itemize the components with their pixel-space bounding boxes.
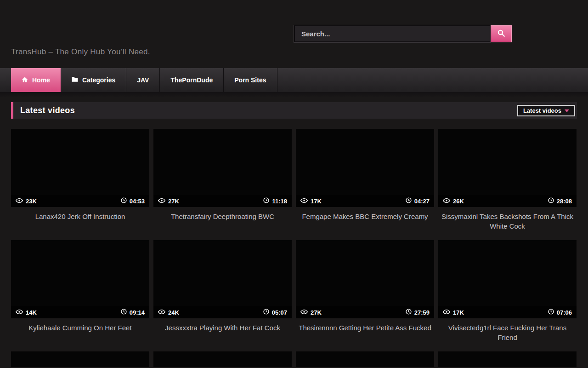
video-title[interactable]: Thetransfairy Deepthroating BWC [156,212,289,231]
duration-stat: 11:18 [263,197,287,205]
search-icon [497,29,505,39]
video-thumbnail[interactable] [438,351,577,367]
eye-icon [158,198,165,205]
section-title: Latest videos [20,106,75,115]
video-card[interactable]: 14K 09:14 Kyliehaale Cumming On Her Feet [11,240,149,351]
eye-icon [16,309,23,316]
views-count: 26K [453,198,464,205]
home-icon [22,76,28,84]
video-stats: 27K 11:18 [153,195,292,207]
video-thumbnail[interactable]: 17K 07:06 [438,240,577,318]
views-count: 17K [453,309,464,316]
nav-item-home[interactable]: Home [11,68,61,92]
video-card[interactable]: 24K 05:07 Jessxxxtra Playing With Her Fa… [153,240,292,351]
video-title[interactable]: Sissymaxinl Takes Backshots From A Thick… [441,212,574,231]
video-title[interactable]: Vivisectedg1rl Face Fucking Her Trans Fr… [441,323,574,342]
clock-icon [263,197,269,205]
video-thumbnail[interactable]: 27K 27:59 [296,240,434,318]
video-thumbnail[interactable]: 26K 28:08 [438,129,577,207]
video-thumbnail[interactable] [296,351,434,367]
eye-icon [443,198,450,205]
video-title[interactable]: Thesirennnn Getting Her Petite Ass Fucke… [299,323,431,342]
duration-value: 09:14 [130,309,145,316]
views-stat: 14K [16,309,37,316]
video-thumbnail[interactable]: 23K 04:53 [11,129,149,207]
clock-icon [548,309,554,316]
views-count: 17K [311,198,322,205]
clock-icon [406,197,412,205]
video-card[interactable]: 27K 27:59 Thesirennnn Getting Her Petite… [296,240,434,351]
duration-stat: 05:07 [263,309,287,316]
nav-item-porn-sites[interactable]: Porn Sites [224,68,277,92]
video-title[interactable]: Lanax420 Jerk Off Instruction [14,212,147,231]
main-content: Latest videos Latest videos 23K 04:53 [11,102,577,367]
clock-icon [121,197,127,205]
site-tagline: TransHub – The Only Hub You’ll Need. [11,47,150,57]
views-count: 27K [168,198,179,205]
sort-dropdown[interactable]: Latest videos [517,105,575,116]
search-button[interactable] [491,25,512,42]
video-title[interactable]: Femgape Makes BBC Extremely Creamy [299,212,431,231]
video-thumbnail[interactable]: 17K 04:27 [296,129,434,207]
video-card[interactable]: 23K 04:53 Lanax420 Jerk Off Instruction [11,129,149,240]
duration-value: 04:27 [414,198,430,205]
video-thumbnail[interactable] [11,351,149,367]
section-header: Latest videos Latest videos [11,102,577,119]
video-title[interactable]: Jessxxxtra Playing With Her Fat Cock [156,323,289,342]
sort-dropdown-label: Latest videos [523,107,561,114]
duration-value: 05:07 [272,309,287,316]
nav-item-jav[interactable]: JAV [126,68,160,92]
eye-icon [300,309,308,316]
views-stat: 26K [443,198,464,205]
duration-value: 28:08 [557,198,572,205]
duration-value: 07:06 [557,309,572,316]
duration-stat: 09:14 [121,309,145,316]
clock-icon [263,309,269,316]
video-card[interactable]: 26K 28:08 Sissymaxinl Takes Backshots Fr… [438,129,577,240]
nav-item-theporndude[interactable]: ThePornDude [160,68,224,92]
views-stat: 17K [300,198,322,205]
duration-stat: 27:59 [406,309,430,316]
views-count: 27K [311,309,322,316]
video-stats: 27K 27:59 [296,306,434,318]
site-header: TransHub – The Only Hub You’ll Need. [0,0,588,68]
clock-icon [406,309,412,316]
folder-icon [72,76,78,84]
nav-item-label: Categories [82,76,115,84]
video-thumbnail[interactable]: 14K 09:14 [11,240,149,318]
video-thumbnail[interactable]: 24K 05:07 [153,240,292,318]
chevron-down-icon [565,109,569,112]
nav-item-label: Home [32,76,50,84]
views-stat: 27K [158,198,179,205]
views-count: 24K [168,309,179,316]
clock-icon [548,197,554,205]
video-card[interactable]: 27K 11:18 Thetransfairy Deepthroating BW… [153,129,292,240]
duration-stat: 04:53 [121,197,145,205]
nav-item-label: Porn Sites [234,76,266,84]
views-stat: 24K [158,309,179,316]
video-title[interactable]: Kyliehaale Cumming On Her Feet [14,323,147,342]
video-thumbnail[interactable] [153,351,292,367]
views-stat: 23K [16,198,37,205]
views-count: 14K [26,309,37,316]
search-input[interactable] [294,25,491,42]
eye-icon [300,198,308,205]
video-stats: 24K 05:07 [153,306,292,318]
duration-stat: 07:06 [548,309,572,316]
video-thumbnail[interactable]: 27K 11:18 [153,129,292,207]
clock-icon [121,309,127,316]
video-stats: 14K 09:14 [11,306,149,318]
video-card[interactable]: 17K 07:06 Vivisectedg1rl Face Fucking He… [438,240,577,351]
duration-value: 27:59 [414,309,430,316]
video-stats: 17K 04:27 [296,195,434,207]
duration-stat: 28:08 [548,197,572,205]
eye-icon [443,309,450,316]
duration-value: 04:53 [130,198,145,205]
video-card[interactable]: 17K 04:27 Femgape Makes BBC Extremely Cr… [296,129,434,240]
views-stat: 17K [443,309,464,316]
video-stats: 17K 07:06 [438,306,577,318]
eye-icon [16,198,23,205]
nav-item-categories[interactable]: Categories [61,68,126,92]
duration-value: 11:18 [272,198,287,205]
nav-item-label: JAV [137,76,149,84]
